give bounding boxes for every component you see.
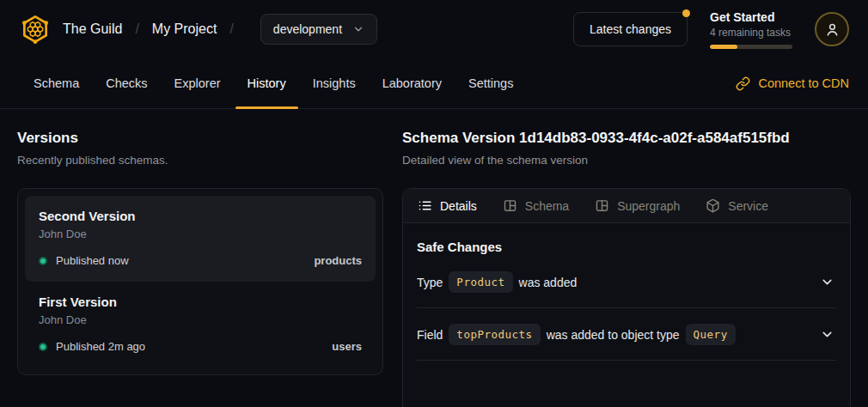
change-text: was added to object type — [547, 328, 680, 342]
nav-tab-list: SchemaChecksExplorerHistoryInsightsLabor… — [21, 58, 528, 108]
breadcrumb-org[interactable]: The Guild — [63, 21, 122, 37]
schema-version-panel: Schema Version 1d14db83-0933-4f4c-a02f-a… — [402, 109, 851, 407]
target-dropdown-value: development — [273, 22, 342, 36]
cube-icon — [706, 198, 720, 213]
change-text: was added — [519, 276, 578, 289]
detail-tab-details[interactable]: Details — [418, 198, 477, 213]
connect-to-cdn-label: Connect to CDN — [758, 76, 849, 90]
chevron-down-icon[interactable] — [820, 275, 834, 289]
user-avatar[interactable] — [815, 12, 849, 46]
nav-tab-checks[interactable]: Checks — [94, 58, 159, 108]
service-name: users — [332, 340, 362, 353]
detail-tab-service[interactable]: Service — [706, 198, 768, 213]
guild-logo-icon[interactable] — [19, 13, 52, 46]
versions-list: Second VersionJohn DoePublished nowprodu… — [17, 188, 383, 375]
schema-version-title: Schema Version 1d14db83-0933-4f4c-a02f-a… — [402, 130, 851, 147]
detail-tab-label: Supergraph — [617, 199, 680, 213]
link-chain-icon — [736, 76, 750, 91]
schema-version-card: DetailsSchemaSupergraphService Safe Chan… — [402, 188, 851, 407]
person-icon — [824, 21, 840, 38]
notification-dot — [682, 9, 690, 17]
change-text: Field — [417, 328, 443, 342]
code-badge: topProducts — [449, 324, 540, 345]
connect-to-cdn-link[interactable]: Connect to CDN — [736, 58, 849, 108]
version-author: John Doe — [39, 228, 362, 240]
target-dropdown[interactable]: development — [260, 14, 377, 45]
detail-tab-label: Service — [728, 199, 768, 213]
published-status-icon — [39, 343, 47, 351]
breadcrumb-project[interactable]: My Project — [152, 21, 217, 37]
main-nav: SchemaChecksExplorerHistoryInsightsLabor… — [0, 58, 868, 109]
nav-tab-explorer[interactable]: Explorer — [162, 58, 233, 108]
get-started-progressbar — [710, 45, 792, 49]
header-right-group: Latest changes Get Started 4 remaining t… — [573, 10, 849, 49]
detail-tab-label: Details — [440, 199, 477, 213]
versions-panel: Versions Recently published schemas. Sec… — [17, 109, 383, 407]
safe-changes-heading: Safe Changes — [417, 240, 836, 254]
get-started-subtitle: 4 remaining tasks — [710, 27, 792, 39]
get-started-title: Get Started — [710, 10, 792, 24]
breadcrumb-separator: / — [229, 21, 233, 37]
versions-subtitle: Recently published schemas. — [17, 154, 383, 167]
change-row[interactable]: TypeProductwas added — [417, 256, 836, 308]
change-text: Type — [417, 276, 443, 289]
nav-tab-laboratory[interactable]: Laboratory — [370, 58, 454, 108]
detail-tab-supergraph[interactable]: Supergraph — [595, 198, 680, 213]
latest-changes-button[interactable]: Latest changes — [573, 12, 688, 46]
version-meta: Published 2m agousers — [39, 340, 362, 353]
version-item[interactable]: Second VersionJohn DoePublished nowprodu… — [25, 196, 376, 282]
detail-body: Safe Changes TypeProductwas addedFieldto… — [403, 223, 850, 361]
list-icon — [418, 198, 432, 213]
version-title: Second Version — [39, 209, 362, 223]
version-title: First Version — [39, 295, 362, 309]
service-name: products — [314, 254, 362, 267]
get-started-widget[interactable]: Get Started 4 remaining tasks — [710, 10, 792, 49]
top-header: The Guild / My Project / development Lat… — [0, 0, 868, 58]
latest-changes-label: Latest changes — [590, 22, 671, 36]
changes-list: TypeProductwas addedFieldtopProductswas … — [417, 256, 836, 361]
schema-version-subtitle: Detailed view of the schema version — [402, 154, 851, 167]
detail-tab-list: DetailsSchemaSupergraphService — [403, 189, 850, 223]
columns-icon — [503, 198, 517, 213]
chevron-down-icon[interactable] — [820, 327, 834, 342]
published-label: Published now — [56, 254, 129, 267]
versions-title: Versions — [17, 130, 383, 147]
nav-tab-schema[interactable]: Schema — [21, 58, 91, 108]
nav-tab-history[interactable]: History — [235, 58, 298, 108]
chevron-down-icon — [352, 23, 364, 35]
breadcrumb-separator: / — [135, 21, 138, 37]
published-label: Published 2m ago — [56, 340, 145, 353]
version-author: John Doe — [39, 313, 362, 326]
code-badge: Product — [449, 271, 512, 293]
nav-tab-insights[interactable]: Insights — [301, 58, 368, 108]
nav-tab-settings[interactable]: Settings — [456, 58, 525, 108]
columns-icon — [595, 198, 609, 213]
get-started-progress-fill — [710, 45, 737, 49]
detail-tab-label: Schema — [525, 199, 569, 213]
main-content: Versions Recently published schemas. Sec… — [0, 109, 868, 407]
version-item[interactable]: First VersionJohn DoePublished 2m agouse… — [25, 282, 376, 368]
version-meta: Published nowproducts — [39, 254, 362, 267]
published-status-icon — [39, 257, 47, 265]
change-row[interactable]: FieldtopProductswas added to object type… — [417, 308, 836, 361]
detail-tab-schema[interactable]: Schema — [503, 198, 569, 213]
code-badge: Query — [686, 324, 736, 345]
